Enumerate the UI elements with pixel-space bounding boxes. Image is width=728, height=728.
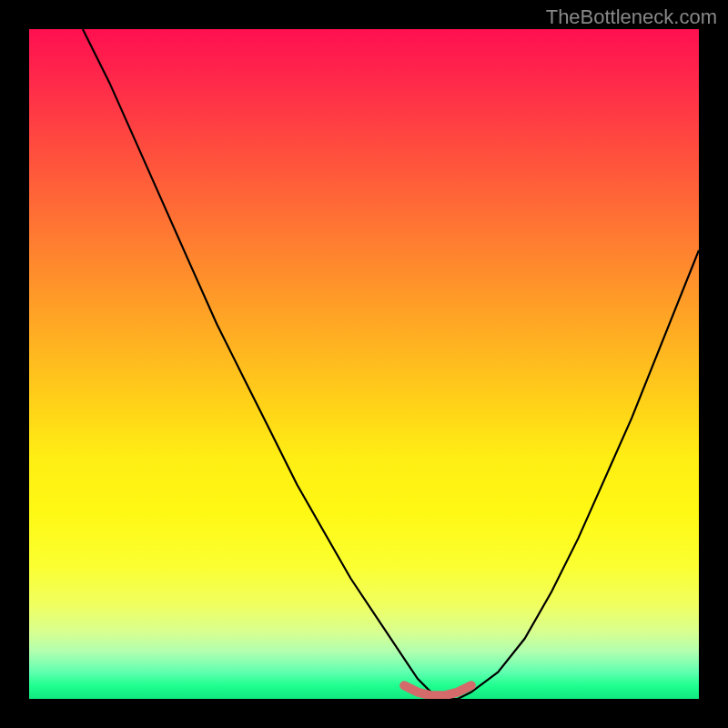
watermark-text: TheBottleneck.com [546, 5, 717, 29]
marker-band [404, 685, 471, 695]
chart-svg [29, 29, 699, 699]
curve-line [83, 29, 699, 699]
plot-area [29, 29, 699, 699]
